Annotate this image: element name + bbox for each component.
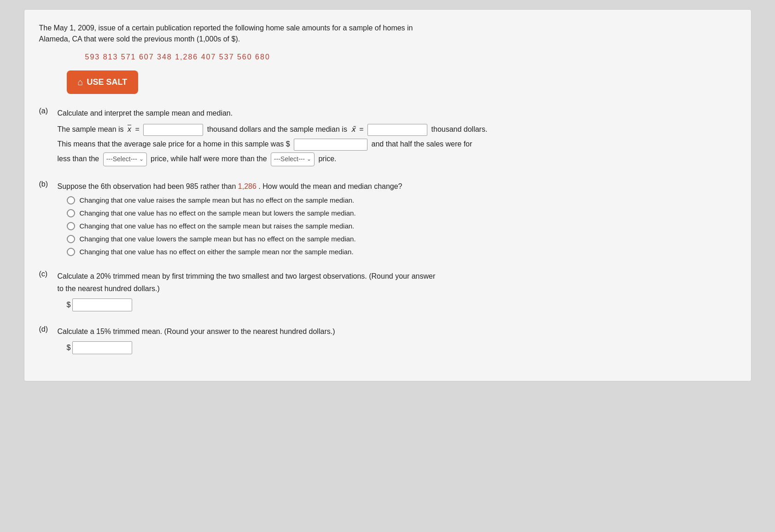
part-a-line2-post: and that half the sales were for bbox=[372, 140, 472, 148]
part-d-dollar-sign: $ bbox=[67, 344, 71, 352]
part-a-line3-end: price. bbox=[318, 155, 336, 163]
radio-label-2: Changing that one value has no effect on… bbox=[80, 209, 356, 217]
part-b-row: (b) Suppose the 6th observation had been… bbox=[39, 180, 736, 193]
trimmed-mean-15-input[interactable] bbox=[72, 341, 132, 354]
select-more-than-text: ---Select--- bbox=[274, 154, 305, 165]
radio-option-5: Changing that one value has no effect on… bbox=[67, 248, 736, 256]
select-less-than-text: ---Select--- bbox=[106, 154, 137, 165]
radio-label-3: Changing that one value has no effect on… bbox=[80, 222, 355, 230]
median-variable: x̃ bbox=[351, 125, 355, 133]
part-b-label-text: Suppose the 6th observation had been 985… bbox=[58, 182, 236, 190]
part-a-line1-end: thousand dollars. bbox=[431, 125, 488, 133]
use-salt-label: USE SALT bbox=[87, 77, 128, 87]
part-c-input-row: $ bbox=[67, 298, 736, 311]
radio-option-1: Changing that one value raises the sampl… bbox=[67, 196, 736, 205]
part-a-equals2: = bbox=[359, 125, 366, 133]
mean-input[interactable] bbox=[143, 124, 203, 136]
part-a-equals1: = bbox=[135, 125, 141, 133]
radio-circle-2[interactable] bbox=[67, 209, 75, 217]
intro-paragraph: The May 1, 2009, issue of a certain publ… bbox=[39, 23, 736, 45]
select-more-than[interactable]: ---Select--- ⌄ bbox=[271, 152, 315, 166]
part-d-row: (d) Calculate a 15% trimmed mean. (Round… bbox=[39, 325, 736, 338]
part-d-label: Calculate a 15% trimmed mean. (Round you… bbox=[58, 325, 335, 338]
radio-circle-5[interactable] bbox=[67, 248, 75, 256]
radio-label-5: Changing that one value has no effect on… bbox=[80, 248, 354, 256]
part-b-highlighted-value: 1,286 bbox=[238, 182, 256, 190]
radio-circle-1[interactable] bbox=[67, 196, 75, 205]
radio-option-2: Changing that one value has no effect on… bbox=[67, 209, 736, 217]
part-c-row: (c) Calculate a 20% trimmed mean by firs… bbox=[39, 270, 736, 295]
part-c-label: Calculate a 20% trimmed mean by first tr… bbox=[58, 270, 436, 282]
part-a-line3: less than the ---Select--- ⌄ price, whil… bbox=[58, 152, 488, 166]
part-a-row: (a) Calculate and interpret the sample m… bbox=[39, 107, 736, 166]
part-c-label2: to the nearest hundred dollars.) bbox=[58, 282, 436, 295]
avg-price-input[interactable] bbox=[294, 139, 367, 151]
radio-option-3: Changing that one value has no effect on… bbox=[67, 222, 736, 230]
radio-circle-3[interactable] bbox=[67, 222, 75, 230]
radio-label-4: Changing that one value lowers the sampl… bbox=[80, 235, 356, 243]
section-b: (b) Suppose the 6th observation had been… bbox=[39, 180, 736, 256]
radio-group-b: Changing that one value raises the sampl… bbox=[67, 196, 736, 256]
part-a-letter: (a) bbox=[39, 107, 54, 115]
part-c-content: Calculate a 20% trimmed mean by first tr… bbox=[58, 270, 436, 295]
salt-icon: ⌂ bbox=[78, 77, 83, 88]
part-c-dollar-sign: $ bbox=[67, 301, 71, 309]
main-card: The May 1, 2009, issue of a certain publ… bbox=[24, 9, 752, 381]
section-a: (a) Calculate and interpret the sample m… bbox=[39, 107, 736, 166]
chevron-down-icon-2: ⌄ bbox=[307, 154, 311, 164]
section-d: (d) Calculate a 15% trimmed mean. (Round… bbox=[39, 325, 736, 354]
part-b-label: Suppose the 6th observation had been 985… bbox=[58, 180, 402, 193]
radio-option-4: Changing that one value lowers the sampl… bbox=[67, 235, 736, 243]
mean-variable: x bbox=[128, 125, 131, 133]
part-d-letter: (d) bbox=[39, 325, 54, 333]
radio-label-1: Changing that one value raises the sampl… bbox=[80, 196, 355, 204]
part-b-content: Suppose the 6th observation had been 985… bbox=[58, 180, 402, 193]
part-a-line1-post: thousand dollars and the sample median i… bbox=[207, 125, 347, 133]
part-a-content: Calculate and interpret the sample mean … bbox=[58, 107, 488, 166]
part-a-line1-pre: The sample mean is bbox=[58, 125, 124, 133]
data-values: 593 813 571 607 348 1,286 407 537 560 68… bbox=[39, 53, 736, 61]
part-c-letter: (c) bbox=[39, 270, 54, 278]
part-d-content: Calculate a 15% trimmed mean. (Round you… bbox=[58, 325, 335, 338]
part-d-input-row: $ bbox=[67, 341, 736, 354]
intro-text-line1: The May 1, 2009, issue of a certain publ… bbox=[39, 24, 413, 32]
part-a-line3-pre: less than the bbox=[58, 155, 99, 163]
intro-text-line2: Alameda, CA that were sold the previous … bbox=[39, 35, 240, 43]
part-a-label: Calculate and interpret the sample mean … bbox=[58, 107, 488, 119]
chevron-down-icon-1: ⌄ bbox=[139, 154, 144, 164]
section-c: (c) Calculate a 20% trimmed mean by firs… bbox=[39, 270, 736, 311]
use-salt-button[interactable]: ⌂ USE SALT bbox=[67, 70, 139, 94]
trimmed-mean-20-input[interactable] bbox=[72, 298, 132, 311]
part-b-label-end: . How would the mean and median change? bbox=[258, 182, 402, 190]
part-b-letter: (b) bbox=[39, 180, 54, 188]
part-a-line2-pre: This means that the average sale price f… bbox=[58, 140, 290, 148]
select-less-than[interactable]: ---Select--- ⌄ bbox=[103, 152, 147, 166]
part-a-line3-mid: price, while half were more than the bbox=[151, 155, 267, 163]
median-input[interactable] bbox=[367, 124, 427, 136]
part-a-line2: This means that the average sale price f… bbox=[58, 138, 488, 151]
radio-circle-4[interactable] bbox=[67, 235, 75, 243]
part-a-line1: The sample mean is x = thousand dollars … bbox=[58, 123, 488, 136]
